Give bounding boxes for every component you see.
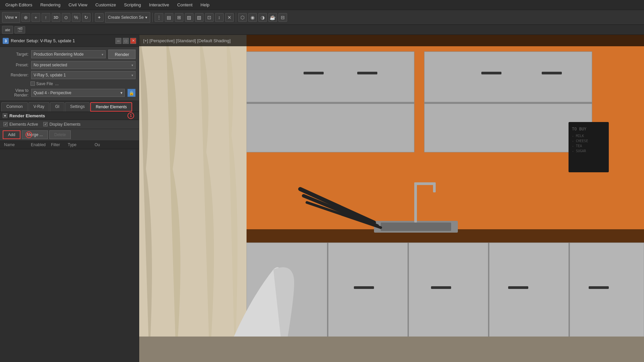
- tab-settings[interactable]: Settings: [65, 102, 90, 112]
- close-button[interactable]: ✕: [130, 38, 136, 44]
- tab-common[interactable]: Common: [1, 102, 28, 112]
- renderer-dropdown[interactable]: V-Ray 5, update 1 ▾: [31, 71, 136, 79]
- view-label: View: [5, 15, 14, 20]
- toolbar2: ate 🎬: [0, 25, 644, 35]
- toolbar-icon-6[interactable]: %: [72, 13, 80, 22]
- view-dropdown[interactable]: View ▾: [2, 12, 20, 23]
- display-elements-checkbox[interactable]: ✓: [43, 122, 48, 126]
- move-icon[interactable]: ↕: [215, 13, 224, 22]
- render-icon[interactable]: ⬡: [238, 13, 247, 22]
- target-value: Production Rendering Mode: [34, 52, 84, 57]
- toolbar-icon-8[interactable]: ✦: [95, 13, 104, 22]
- svg-text:- SUGAR: - SUGAR: [572, 149, 586, 153]
- view-to-render-row: View to Render: Quad 4 - Perspective ▾ 🔒: [3, 88, 136, 98]
- toolbar-icon-7[interactable]: ↻: [82, 13, 91, 22]
- array-icon[interactable]: ⊡: [205, 13, 214, 22]
- view-arrow: ▾: [120, 90, 122, 95]
- svg-rect-20: [589, 286, 609, 289]
- restore-button[interactable]: □: [123, 38, 129, 44]
- layers-icon[interactable]: ▨: [185, 13, 194, 22]
- svg-rect-9: [542, 72, 562, 74]
- annotation-1: 1: [127, 112, 134, 119]
- track-view-icon[interactable]: ⊟: [278, 13, 287, 22]
- panel-title-bar: 3 Render Setup: V-Ray 5, update 1 ─ □ ✕: [0, 35, 139, 47]
- section-header: ▼ Render Elements 1: [0, 112, 139, 120]
- menu-civil-view[interactable]: Civil View: [65, 1, 91, 9]
- action-buttons-row: Add Merge ... Delete 2: [0, 129, 139, 141]
- save-checkbox[interactable]: [31, 81, 35, 86]
- renderer-label: Renderer:: [3, 73, 29, 77]
- preset-dropdown[interactable]: No preset selected ▾: [31, 61, 136, 69]
- menu-help[interactable]: Help: [197, 1, 213, 9]
- tab-vray[interactable]: V-Ray: [29, 102, 50, 112]
- view-dropdown[interactable]: Quad 4 - Perspective ▾: [31, 89, 125, 97]
- kitchen-scene-svg: TO BUY - MILK - CHEESE - TEA - SUGAR: [139, 35, 644, 362]
- col-ou: Ou: [93, 142, 136, 148]
- lock-button[interactable]: 🔒: [127, 89, 136, 97]
- save-extra[interactable]: ...: [55, 81, 59, 86]
- viewport[interactable]: [+] [Perspective] [Standard] [Default Sh…: [139, 35, 644, 362]
- camera-icon[interactable]: 🎬: [14, 26, 25, 34]
- menu-content[interactable]: Content: [174, 1, 196, 9]
- svg-rect-5: [357, 72, 377, 74]
- toolbar-sep-3: [236, 13, 236, 22]
- panel-title: Render Setup: V-Ray 5, update 1: [11, 38, 113, 43]
- material-icon[interactable]: ◉: [248, 13, 257, 22]
- env-icon[interactable]: ◑: [258, 13, 267, 22]
- target-row: Target: Production Rendering Mode ▾ Rend…: [3, 50, 136, 59]
- menu-scripting[interactable]: Scripting: [121, 1, 145, 9]
- mirror-icon[interactable]: ▧: [195, 13, 204, 22]
- panel-controls: ─ □ ✕: [115, 38, 136, 44]
- bone-icon[interactable]: ✕: [225, 13, 234, 22]
- main-area: 3 Render Setup: V-Ray 5, update 1 ─ □ ✕ …: [0, 35, 644, 362]
- elements-active-checkbox[interactable]: ✓: [3, 122, 8, 126]
- tab-gi[interactable]: GI: [50, 102, 64, 112]
- add-button[interactable]: Add: [3, 130, 20, 139]
- toolbar-icon-5[interactable]: ⊙: [62, 13, 70, 22]
- menu-interactive[interactable]: Interactive: [146, 1, 172, 9]
- svg-text:- TEA: - TEA: [572, 144, 582, 148]
- minimize-button[interactable]: ─: [115, 38, 121, 44]
- display-elements-check[interactable]: ✓ Display Elements: [43, 122, 80, 127]
- col-name: Name: [3, 142, 30, 148]
- svg-rect-24: [414, 182, 434, 185]
- svg-rect-22: [381, 223, 451, 231]
- viewport-header-text: [+] [Perspective] [Standard] [Default Sh…: [143, 38, 231, 43]
- create-selection-label: Create Selection Se: [108, 15, 144, 20]
- svg-rect-18: [431, 286, 451, 289]
- state-btn[interactable]: ate: [2, 26, 13, 34]
- save-checkbox-label[interactable]: Save File: [31, 81, 53, 86]
- menu-rendering[interactable]: Rendering: [37, 1, 64, 9]
- target-dropdown[interactable]: Production Rendering Mode ▾: [31, 50, 106, 58]
- render-button[interactable]: Render: [108, 50, 136, 59]
- state-label: ate: [5, 28, 10, 32]
- svg-rect-25: [433, 182, 436, 192]
- svg-rect-19: [508, 286, 528, 289]
- distribute-icon[interactable]: ▤: [165, 13, 173, 22]
- toolbar-icon-4[interactable]: 3D: [52, 13, 60, 22]
- main-toolbar: View ▾ ⊕ + ↑ 3D ⊙ % ↻ ✦ Create Selection…: [0, 10, 644, 25]
- effects-icon[interactable]: ☕: [268, 13, 277, 22]
- create-selection-btn[interactable]: Create Selection Se ▾: [105, 12, 150, 23]
- tabs-bar: Common V-Ray GI Settings Render Elements: [0, 101, 139, 112]
- tab-render-elements[interactable]: Render Elements: [90, 102, 132, 112]
- section-title: Render Elements: [9, 113, 45, 118]
- grid-icon[interactable]: ⊞: [175, 13, 183, 22]
- toolbar-icon-1[interactable]: ⊕: [21, 13, 30, 22]
- renderer-value: V-Ray 5, update 1: [34, 73, 66, 77]
- section-toggle[interactable]: ▼: [3, 113, 7, 118]
- elements-active-label: Elements Active: [9, 122, 38, 127]
- viewport-header: [+] [Perspective] [Standard] [Default Sh…: [139, 35, 644, 46]
- preset-value: No preset selected: [34, 63, 67, 67]
- toolbar-icon-2[interactable]: +: [32, 13, 40, 22]
- menu-graph-editors[interactable]: Graph Editors: [2, 1, 36, 9]
- renderer-arrow: ▾: [131, 73, 133, 77]
- svg-rect-37: [139, 337, 644, 362]
- col-type: Type: [66, 142, 93, 148]
- annotation-2: 2: [25, 131, 32, 138]
- svg-rect-7: [424, 102, 592, 104]
- menu-customize[interactable]: Customize: [92, 1, 119, 9]
- align-icon[interactable]: ⋮: [155, 13, 163, 22]
- elements-active-check[interactable]: ✓ Elements Active: [3, 122, 38, 127]
- toolbar-icon-3[interactable]: ↑: [42, 13, 50, 22]
